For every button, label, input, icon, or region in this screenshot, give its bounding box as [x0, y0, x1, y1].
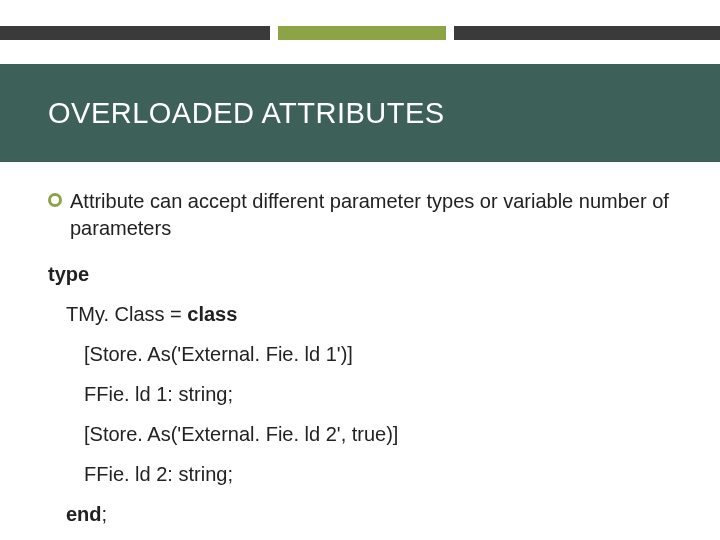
class-decl-prefix: TMy. Class =	[66, 303, 187, 325]
bullet-text: Attribute can accept different parameter…	[70, 188, 680, 242]
title-band: OVERLOADED ATTRIBUTES	[0, 64, 720, 162]
stripe-segment	[0, 26, 270, 40]
stripe-gap	[270, 26, 278, 40]
stripe-segment	[454, 26, 720, 40]
code-line: end;	[48, 504, 680, 524]
bullet-icon	[48, 193, 62, 207]
code-line: [Store. As('External. Fie. ld 2', true)]	[48, 424, 680, 444]
keyword-class: class	[187, 303, 237, 325]
code-line: FFie. ld 2: string;	[48, 464, 680, 484]
stripe-segment-accent	[278, 26, 446, 40]
code-line: [Store. As('External. Fie. ld 1')]	[48, 344, 680, 364]
stripe-gap	[446, 26, 454, 40]
code-line: type	[48, 264, 680, 284]
code-line: TMy. Class = class	[48, 304, 680, 324]
end-semicolon: ;	[102, 503, 108, 525]
keyword-end: end	[66, 503, 102, 525]
code-block: type TMy. Class = class [Store. As('Exte…	[48, 264, 680, 524]
keyword-type: type	[48, 263, 89, 285]
bullet-item: Attribute can accept different parameter…	[48, 188, 680, 242]
decorative-top-stripe	[0, 26, 720, 40]
code-line: FFie. ld 1: string;	[48, 384, 680, 404]
slide-title: OVERLOADED ATTRIBUTES	[48, 97, 445, 130]
slide-content: Attribute can accept different parameter…	[48, 188, 680, 540]
